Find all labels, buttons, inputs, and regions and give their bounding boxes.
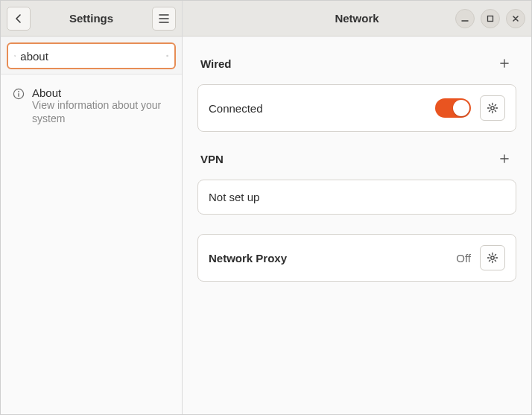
main-panel: Network Wired C [183, 1, 531, 414]
proxy-label: Network Proxy [209, 252, 287, 264]
add-wired-button[interactable] [495, 54, 513, 72]
wired-card: Connected [197, 84, 516, 132]
vpn-label: VPN [200, 153, 224, 165]
vpn-card: Not set up [197, 180, 516, 215]
window-controls [455, 9, 525, 28]
search-input[interactable] [20, 50, 162, 63]
close-icon [512, 15, 519, 22]
spacer [197, 222, 516, 226]
sidebar-headerbar: Settings [1, 1, 182, 37]
maximize-button[interactable] [481, 9, 500, 28]
clear-search-icon[interactable] [166, 51, 168, 60]
search-icon [14, 51, 16, 61]
sidebar-title: Settings [37, 12, 146, 25]
wired-settings-button[interactable] [480, 95, 505, 121]
close-button[interactable] [506, 9, 525, 28]
search-result-subtitle: View information about your system [32, 99, 166, 125]
proxy-controls: Off [456, 245, 505, 270]
wired-section-header: Wired [197, 50, 516, 77]
maximize-icon [487, 15, 494, 22]
svg-point-3 [18, 91, 19, 92]
search-result-about[interactable]: About View information about your system [4, 82, 179, 130]
vpn-status: Not set up [209, 191, 259, 203]
proxy-card: Network Proxy Off [197, 234, 516, 282]
gear-icon [487, 102, 498, 114]
chevron-left-icon [14, 13, 23, 24]
search-field[interactable] [7, 42, 176, 69]
main-title: Network [335, 12, 379, 25]
info-icon [13, 88, 25, 100]
svg-rect-4 [18, 93, 19, 97]
search-result-text: About View information about your system [32, 86, 166, 125]
vpn-section-header: VPN [197, 139, 516, 172]
wired-controls [435, 95, 505, 121]
hamburger-menu-button[interactable] [152, 7, 176, 31]
proxy-settings-button[interactable] [480, 245, 505, 270]
wired-status: Connected [209, 102, 263, 115]
svg-point-8 [491, 256, 494, 259]
content-area: Wired Connected VPN [183, 37, 531, 295]
proxy-status: Off [456, 252, 471, 264]
search-results: About View information about your system [1, 75, 182, 137]
plus-icon [500, 58, 509, 69]
add-vpn-button[interactable] [495, 150, 513, 168]
settings-window: Settings About View information about yo… [0, 0, 532, 415]
svg-rect-6 [488, 16, 493, 21]
hamburger-icon [159, 14, 169, 23]
search-result-title: About [32, 86, 166, 99]
sidebar: Settings About View information about yo… [1, 1, 183, 414]
minimize-icon [461, 15, 469, 22]
svg-line-1 [16, 56, 16, 57]
search-bar-area [1, 37, 182, 75]
minimize-button[interactable] [455, 9, 475, 28]
plus-icon [500, 153, 509, 164]
main-headerbar: Network [183, 1, 531, 37]
wired-toggle[interactable] [435, 98, 471, 118]
svg-point-7 [491, 107, 494, 110]
gear-icon [487, 252, 498, 264]
toggle-knob [453, 100, 469, 116]
wired-label: Wired [200, 57, 232, 70]
back-button[interactable] [7, 7, 31, 31]
